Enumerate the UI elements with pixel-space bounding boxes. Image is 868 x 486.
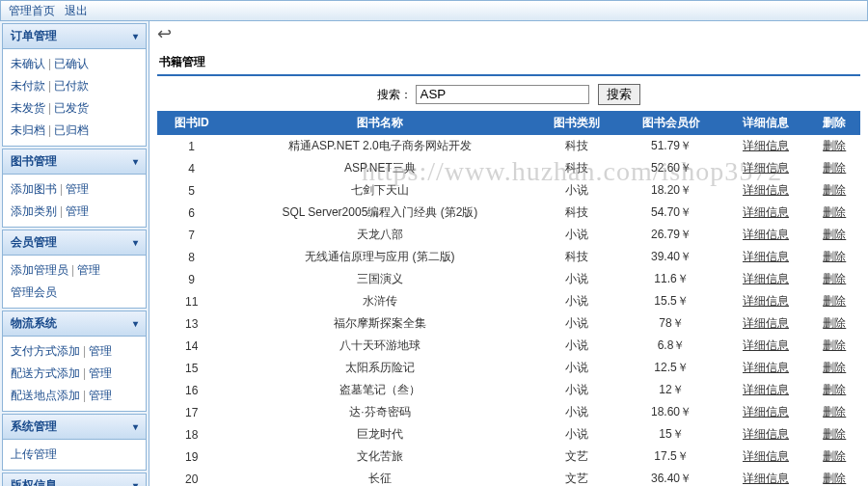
- table-cell: 15￥: [620, 423, 723, 446]
- table-cell: 4: [157, 157, 226, 179]
- sidebar-link[interactable]: 未发货: [11, 101, 45, 115]
- main-area: ↩ https://www.huzhan.com/ishop3572 书籍管理 …: [149, 21, 868, 486]
- page-title: 书籍管理: [157, 50, 860, 76]
- detail-link[interactable]: 详细信息: [743, 338, 789, 352]
- sidebar-row: 未发货|已发货: [11, 97, 138, 120]
- detail-link[interactable]: 详细信息: [743, 183, 789, 197]
- delete-link[interactable]: 删除: [823, 383, 846, 396]
- table-header: 图书会员价: [620, 111, 723, 135]
- delete-link[interactable]: 删除: [823, 272, 846, 285]
- delete-link[interactable]: 删除: [823, 427, 846, 441]
- sidebar-link[interactable]: 已发货: [54, 101, 89, 115]
- detail-link[interactable]: 详细信息: [743, 449, 789, 463]
- sidebar-panel-title: 物流系统: [11, 315, 57, 332]
- sidebar-link[interactable]: 未归档: [11, 123, 45, 137]
- sidebar-row: 添加管理员|管理: [11, 259, 138, 282]
- table-cell: 无线通信原理与应用 (第二版): [226, 246, 533, 268]
- table-cell: 科技: [533, 202, 619, 224]
- back-icon[interactable]: ↩: [157, 23, 172, 44]
- table-row: 4ASP.NET三典科技52.60￥详细信息删除: [157, 157, 860, 179]
- sidebar-link[interactable]: 添加图书: [11, 182, 57, 196]
- sidebar-row: 未归档|已归档: [11, 120, 138, 142]
- sidebar-link[interactable]: 未确认: [11, 57, 45, 70]
- detail-link[interactable]: 详细信息: [743, 250, 789, 263]
- table-row: 13福尔摩斯探案全集小说78￥详细信息删除: [157, 312, 860, 335]
- nav-home[interactable]: 管理首页: [9, 3, 55, 19]
- delete-link[interactable]: 删除: [823, 294, 846, 308]
- delete-link[interactable]: 删除: [823, 405, 846, 418]
- delete-link[interactable]: 删除: [823, 228, 846, 241]
- sidebar-link[interactable]: 已确认: [54, 57, 89, 70]
- sidebar-link[interactable]: 管理会员: [11, 285, 57, 299]
- delete-link[interactable]: 删除: [823, 449, 846, 463]
- delete-link[interactable]: 删除: [823, 161, 846, 175]
- sidebar-link[interactable]: 管理: [77, 263, 100, 277]
- separator: |: [80, 366, 89, 380]
- sidebar-panel-head[interactable]: 系统管理▾: [3, 415, 146, 440]
- delete-link[interactable]: 删除: [823, 472, 846, 485]
- search-button[interactable]: 搜索: [598, 84, 640, 105]
- sidebar-link[interactable]: 管理: [89, 366, 112, 380]
- detail-link[interactable]: 详细信息: [743, 139, 789, 152]
- table-cell: ASP.NET三典: [226, 157, 533, 179]
- nav-logout[interactable]: 退出: [65, 3, 88, 19]
- sidebar-link[interactable]: 支付方式添加: [11, 344, 80, 358]
- sidebar-panel: 订单管理▾未确认|已确认未付款|已付款未发货|已发货未归档|已归档: [2, 23, 147, 147]
- sidebar-link[interactable]: 管理: [66, 182, 89, 196]
- detail-link[interactable]: 详细信息: [743, 361, 789, 374]
- sidebar-link[interactable]: 配送方式添加: [11, 366, 80, 380]
- detail-link[interactable]: 详细信息: [743, 472, 789, 485]
- table-cell: 18.20￥: [620, 179, 723, 202]
- table-cell: 18.60￥: [620, 401, 723, 423]
- sidebar-link[interactable]: 添加类别: [11, 204, 57, 218]
- table-cell: SQL Server2005编程入门经典 (第2版): [226, 202, 533, 224]
- delete-link[interactable]: 删除: [823, 250, 846, 263]
- table-cell: 小说: [533, 179, 619, 202]
- table-header: 图书名称: [226, 111, 533, 135]
- sidebar-link[interactable]: 配送地点添加: [11, 389, 80, 402]
- topbar: 管理首页 退出: [0, 0, 868, 21]
- delete-link[interactable]: 删除: [823, 361, 846, 374]
- detail-link[interactable]: 详细信息: [743, 161, 789, 175]
- sidebar-panel-head[interactable]: 订单管理▾: [3, 24, 146, 49]
- table-row: 18巨龙时代小说15￥详细信息删除: [157, 423, 860, 446]
- sidebar-panel-head[interactable]: 会员管理▾: [3, 230, 146, 256]
- table-cell: 11: [157, 290, 226, 312]
- sidebar-link[interactable]: 已归档: [54, 123, 89, 137]
- delete-link[interactable]: 删除: [823, 205, 846, 219]
- sidebar-link[interactable]: 管理: [89, 344, 112, 358]
- sidebar-panel-title: 版权信息: [11, 477, 57, 486]
- detail-link[interactable]: 详细信息: [743, 272, 789, 285]
- detail-link[interactable]: 详细信息: [743, 294, 789, 308]
- sidebar-row: 上传管理: [11, 444, 138, 466]
- sidebar-link[interactable]: 未付款: [11, 79, 45, 93]
- sidebar-panel-head[interactable]: 图书管理▾: [3, 149, 146, 175]
- delete-link[interactable]: 删除: [823, 183, 846, 197]
- detail-link[interactable]: 详细信息: [743, 205, 789, 219]
- sidebar-link[interactable]: 管理: [89, 389, 112, 402]
- delete-link[interactable]: 删除: [823, 139, 846, 152]
- sidebar-link[interactable]: 已付款: [54, 79, 89, 93]
- table-row: 17达·芬奇密码小说18.60￥详细信息删除: [157, 401, 860, 423]
- sidebar-link[interactable]: 管理: [66, 204, 89, 218]
- sidebar-link[interactable]: 添加管理员: [11, 263, 68, 277]
- sidebar-link[interactable]: 上传管理: [11, 447, 57, 461]
- delete-link[interactable]: 删除: [823, 316, 846, 330]
- sidebar-panel-head[interactable]: 版权信息▾: [3, 473, 146, 486]
- sidebar-panel-head[interactable]: 物流系统▾: [3, 311, 146, 337]
- delete-link[interactable]: 删除: [823, 338, 846, 352]
- sidebar-panel: 系统管理▾上传管理: [2, 414, 147, 471]
- table-cell: 12.5￥: [620, 357, 723, 379]
- table-cell: 8: [157, 246, 226, 268]
- search-input[interactable]: [416, 85, 589, 104]
- chevron-down-icon: ▾: [133, 156, 138, 167]
- sidebar-panel-title: 系统管理: [11, 418, 57, 435]
- detail-link[interactable]: 详细信息: [743, 405, 789, 418]
- detail-link[interactable]: 详细信息: [743, 228, 789, 241]
- detail-link[interactable]: 详细信息: [743, 427, 789, 441]
- detail-link[interactable]: 详细信息: [743, 316, 789, 330]
- table-cell: 39.40￥: [620, 246, 723, 268]
- table-cell: 19: [157, 446, 226, 468]
- detail-link[interactable]: 详细信息: [743, 383, 789, 396]
- sidebar-row: 管理会员: [11, 282, 138, 304]
